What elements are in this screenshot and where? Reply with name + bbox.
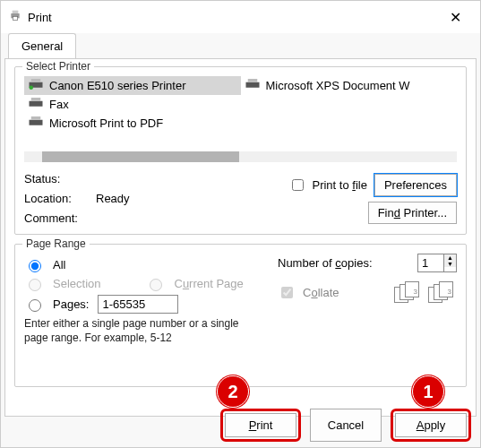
page-range-hint: Enter either a single page number or a s…	[24, 317, 248, 345]
radio-pages-label: Pages:	[53, 297, 89, 311]
print-to-file-input[interactable]	[292, 179, 304, 191]
radio-current-page	[150, 279, 162, 291]
radio-selection-label: Selection	[53, 277, 100, 290]
titlebar: Print ✕	[1, 1, 480, 33]
status-value: Ready	[96, 189, 203, 209]
svg-rect-2	[13, 16, 17, 20]
status-labels: Status: Location: Comment:	[24, 169, 96, 228]
printer-icon	[8, 8, 28, 26]
printer-name: Microsoft Print to PDF	[49, 116, 163, 130]
radio-selection	[29, 279, 41, 291]
tab-general[interactable]: General	[8, 33, 76, 58]
status-label: Status:	[24, 169, 96, 189]
location-label: Location:	[24, 189, 96, 209]
scroll-thumb[interactable]	[42, 151, 239, 162]
apply-button-highlight: Apply	[391, 409, 471, 442]
svg-rect-7	[247, 79, 257, 82]
printer-item-pdf[interactable]: Microsoft Print to PDF	[24, 114, 275, 133]
svg-rect-6	[245, 82, 259, 88]
printer-name: Microsoft XPS Document W	[266, 79, 410, 92]
svg-rect-4	[31, 79, 41, 82]
apply-button[interactable]: Apply	[395, 413, 467, 437]
print-dialog: Print ✕ General Select Printer Canon E51…	[0, 0, 481, 448]
cancel-button[interactable]: Cancel	[310, 409, 382, 442]
radio-all-label: All	[53, 258, 65, 271]
page-range-label: Page Range	[22, 237, 90, 250]
tab-content: Select Printer Canon E510 series Printer…	[4, 58, 477, 417]
callout-2: 2	[217, 375, 249, 408]
svg-rect-11	[31, 116, 41, 120]
print-button-highlight: Print	[220, 409, 301, 442]
spinner-down[interactable]: ▼	[444, 261, 456, 267]
copies-spinner[interactable]: ▲ ▼	[417, 254, 457, 272]
printer-name: Canon E510 series Printer	[49, 79, 185, 92]
printer-icon	[245, 78, 266, 93]
printer-icon	[28, 116, 49, 131]
printer-item-fax[interactable]: Fax	[24, 95, 275, 114]
copies-label: Number of copies:	[278, 256, 412, 270]
print-button[interactable]: Print	[225, 413, 296, 437]
page-range-group: Page Range All Selection Current Page Pa…	[14, 244, 467, 387]
horizontal-scrollbar[interactable]	[24, 151, 457, 162]
svg-rect-8	[30, 101, 43, 107]
select-printer-label: Select Printer	[22, 60, 94, 73]
copies-input[interactable]	[418, 254, 443, 271]
collate-checkbox	[281, 287, 293, 298]
print-to-file-checkbox[interactable]: Print to file	[288, 177, 366, 194]
preferences-button[interactable]: Preferences	[374, 174, 457, 196]
radio-pages[interactable]	[29, 299, 41, 312]
printer-item-xps[interactable]: Microsoft XPS Document W	[241, 76, 458, 95]
find-printer-button[interactable]: Find Printer...	[368, 202, 457, 224]
comment-label: Comment:	[24, 209, 96, 228]
tabstrip: General	[1, 33, 480, 58]
pages-input[interactable]	[98, 295, 178, 314]
radio-all[interactable]	[29, 260, 41, 272]
printer-icon	[28, 78, 49, 93]
svg-point-5	[30, 86, 34, 90]
fax-icon	[28, 97, 49, 112]
svg-rect-9	[31, 98, 41, 101]
printer-list[interactable]: Canon E510 series Printer Microsoft XPS …	[24, 76, 457, 148]
footer-buttons: Print Cancel Apply	[220, 409, 471, 442]
callout-1: 1	[412, 375, 444, 408]
select-printer-group: Select Printer Canon E510 series Printer…	[14, 66, 467, 235]
status-values: Ready	[96, 189, 203, 209]
radio-current-page-label: Current Page	[174, 277, 243, 290]
collate-icon: 123 123	[394, 281, 457, 303]
svg-rect-1	[13, 11, 19, 13]
printer-name: Fax	[49, 98, 69, 111]
spinner-up[interactable]: ▲	[444, 254, 456, 261]
copies-area: Number of copies: ▲ ▼ Collate 123 123	[278, 254, 457, 303]
collate-label: Collate	[303, 286, 339, 299]
printer-item-canon[interactable]: Canon E510 series Printer	[24, 76, 241, 95]
svg-rect-10	[30, 120, 43, 125]
window-title: Print	[28, 11, 437, 24]
close-button[interactable]: ✕	[437, 9, 473, 26]
